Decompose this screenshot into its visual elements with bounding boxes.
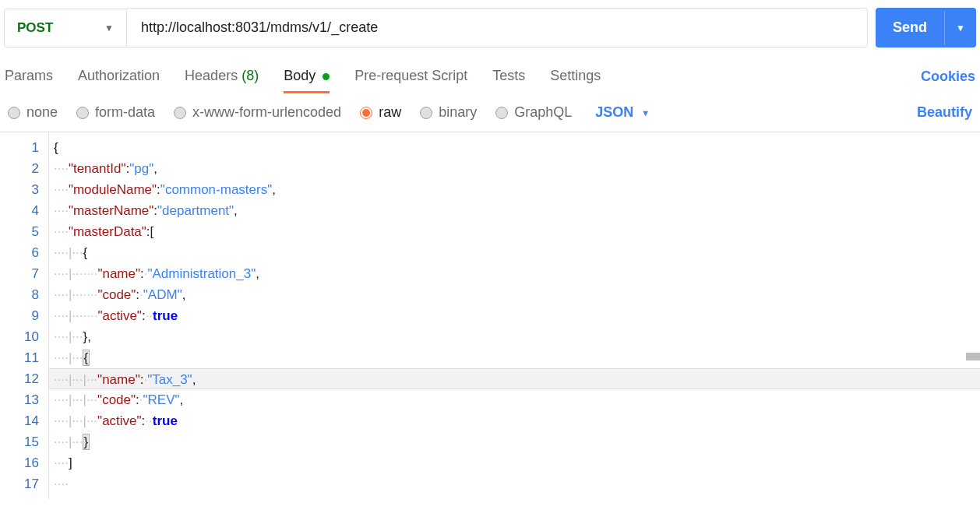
radio-icon: [8, 107, 20, 119]
radio-icon: [420, 107, 432, 119]
method-select[interactable]: POST ▼: [4, 9, 127, 47]
tab-prerequest[interactable]: Pre-request Script: [354, 60, 467, 93]
radio-icon: [360, 107, 372, 119]
cookies-link[interactable]: Cookies: [921, 69, 975, 85]
code-content[interactable]: { ····"tenantId":"pg", ····"moduleName":…: [48, 132, 980, 499]
beautify-button[interactable]: Beautify: [917, 104, 972, 121]
radio-icon: [76, 107, 89, 119]
chevron-down-icon: ▼: [104, 23, 114, 33]
code-editor[interactable]: 1 2 3 4 5 6 7 8 9 10 11 12 13 14 15 16 1…: [0, 132, 980, 499]
body-type-graphql[interactable]: GraphQL: [495, 104, 572, 121]
tab-authorization[interactable]: Authorization: [78, 60, 160, 93]
tab-headers[interactable]: Headers (8): [185, 60, 259, 93]
body-language-select[interactable]: JSON ▼: [595, 104, 650, 121]
url-input[interactable]: [127, 8, 868, 47]
method-label: POST: [17, 20, 53, 36]
chevron-down-icon: ▼: [641, 108, 650, 118]
body-type-form-data[interactable]: form-data: [76, 104, 155, 121]
body-type-group: none form-data x-www-form-urlencoded raw…: [8, 104, 650, 121]
line-number-gutter: 1 2 3 4 5 6 7 8 9 10 11 12 13 14 15 16 1…: [0, 132, 48, 499]
body-type-row: none form-data x-www-form-urlencoded raw…: [0, 93, 980, 132]
request-bar: POST ▼ Send ▼: [0, 0, 980, 55]
request-tabs: Params Authorization Headers (8) Body Pr…: [5, 60, 601, 93]
body-active-dot-icon: [323, 73, 330, 80]
send-button-label: Send: [876, 8, 944, 47]
request-tabs-row: Params Authorization Headers (8) Body Pr…: [0, 60, 980, 93]
tab-params[interactable]: Params: [5, 60, 53, 93]
tab-body[interactable]: Body: [284, 60, 330, 93]
tab-tests[interactable]: Tests: [492, 60, 525, 93]
headers-count-badge: (8): [241, 68, 259, 83]
body-type-binary[interactable]: binary: [420, 104, 477, 121]
radio-icon: [174, 107, 186, 119]
send-dropdown-icon[interactable]: ▼: [944, 11, 976, 45]
body-type-none[interactable]: none: [8, 104, 58, 121]
body-type-urlencoded[interactable]: x-www-form-urlencoded: [174, 104, 341, 121]
tab-settings[interactable]: Settings: [550, 60, 601, 93]
body-type-raw[interactable]: raw: [360, 104, 401, 121]
send-button[interactable]: Send ▼: [876, 8, 976, 47]
radio-icon: [495, 107, 508, 119]
